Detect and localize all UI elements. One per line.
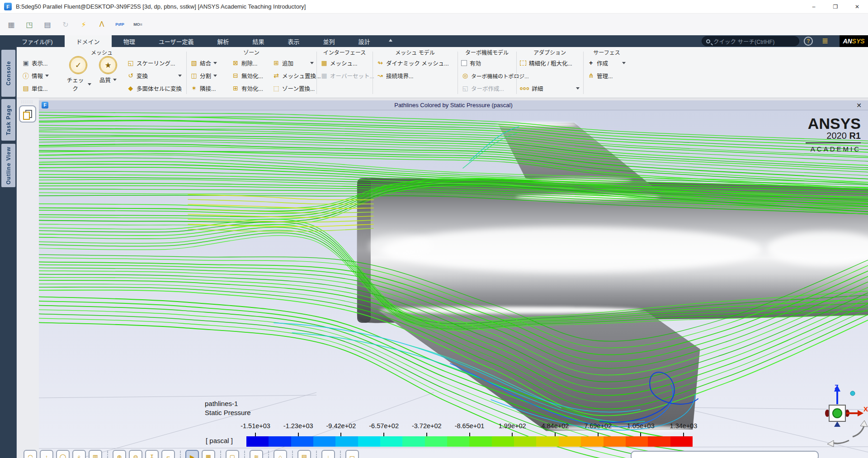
adaption-details-button[interactable]: ooo詳細 — [520, 83, 580, 93]
rotate-view-button[interactable]: ◯ — [56, 450, 70, 458]
legend-tick-label: -1.23e+03 — [283, 422, 313, 430]
dynamic-mesh-button[interactable]: ↬ダイナミック メッシュ... — [376, 58, 449, 68]
interface-mesh-button[interactable]: ▦メッシュ... — [320, 58, 357, 68]
mesh-display-button[interactable]: ▣表示... — [22, 58, 47, 68]
clip-plane-button[interactable]: ⌐ — [161, 450, 175, 458]
lightning-bolt-icon[interactable]: ⚡ — [78, 20, 90, 29]
turbo-create-button[interactable]: ◱ターボ作成... — [461, 83, 504, 93]
home-view-button[interactable]: ⌂ — [274, 450, 287, 458]
colorbar-segment — [604, 436, 626, 447]
colorbar-segment — [358, 436, 380, 447]
waves-button[interactable]: ≋ — [250, 450, 263, 458]
refresh-icon[interactable]: ↻ — [60, 20, 71, 29]
manage-tree-icon: ⋔ — [587, 72, 595, 79]
monitor-options-icon[interactable]: MO≡ — [132, 22, 144, 27]
mesh-cube-icon[interactable]: ▦ — [5, 20, 17, 29]
legend-tick-label: 1.34e+03 — [670, 422, 698, 430]
mesh-scale-button[interactable]: ◱スケーリング... — [127, 58, 175, 68]
help-icon[interactable]: ? — [804, 37, 813, 46]
close-button[interactable]: ✕ — [846, 0, 868, 14]
empty-button[interactable]: ▢ — [226, 450, 239, 458]
tab-design[interactable]: 設計 — [346, 35, 382, 47]
zone-separate-button[interactable]: ◫分割 — [190, 71, 217, 80]
tab-physics[interactable]: 物理 — [112, 35, 147, 47]
mesh-display-button[interactable]: ▦ — [202, 450, 215, 458]
mesh-to-polyhedra-button[interactable]: ◆多面体セルに変換 — [127, 83, 182, 93]
turbo-enable-checkbox[interactable]: 有効 — [461, 58, 481, 68]
append-icon: ⊞ — [272, 59, 280, 66]
minimize-button[interactable]: – — [803, 0, 825, 14]
mesh-quality-button[interactable]: ★ 品質 — [95, 56, 121, 84]
search-input[interactable]: クイック サーチ(CtrlHF) — [702, 36, 799, 46]
dropdown-icon — [576, 87, 580, 91]
grid-minus-icon: ⊟ — [231, 72, 240, 79]
play-pathlines-button[interactable]: ▶ — [185, 450, 199, 458]
sidebar-tab-console[interactable]: Console — [1, 50, 15, 97]
tab-file[interactable]: ファイル(F) — [10, 35, 65, 47]
zone-combine-button[interactable]: ▧結合 — [190, 58, 217, 68]
adaption-refine-button[interactable]: 精細化 / 粗大化... — [520, 58, 572, 68]
toolbar-grip — [316, 451, 317, 458]
window-title: B:5deg50 Parallel Fluent@DESKTOP-3N9F25S… — [16, 3, 306, 10]
pan-button[interactable]: ↕ — [40, 450, 53, 458]
colorbar-segment — [380, 436, 402, 447]
fit-to-window-button[interactable]: ▥ — [89, 450, 102, 458]
mesh-transform-button[interactable]: ↺変換 — [127, 71, 182, 80]
turbo-create-icon: ◱ — [461, 85, 469, 92]
zone-replace-zone-button[interactable]: ⬚ゾーン置換... — [272, 83, 315, 93]
tab-results[interactable]: 結果 — [241, 35, 276, 47]
pin-view-button[interactable]: ↧ — [145, 450, 159, 458]
legend-tick-label: 7.69e+02 — [584, 422, 612, 430]
point-transfer-icon[interactable]: P⇄P — [114, 22, 126, 27]
dropdown-icon — [113, 79, 117, 83]
sidebar-tab-task-page[interactable]: Task Page — [1, 99, 15, 141]
tab-parallel[interactable]: 並列 — [311, 35, 346, 47]
dynamic-mesh-icon: ↬ — [376, 59, 384, 66]
copy-page-button[interactable] — [19, 105, 36, 123]
ansys-mark-icon[interactable]: Λ — [96, 20, 108, 28]
tab-solution[interactable]: 解析 — [205, 35, 241, 47]
tab-domain[interactable]: ドメイン — [65, 35, 112, 47]
mesh-units-button[interactable]: ▤単位... — [22, 83, 47, 93]
zoom-in-button[interactable]: ⊕ — [113, 450, 126, 458]
zone-append-button[interactable]: ⊞追加 — [272, 58, 314, 68]
fluent-app-icon: F — [4, 3, 12, 10]
combine-icon: ▧ — [190, 59, 198, 66]
zoom-button[interactable]: ⌕ — [72, 450, 86, 458]
ribbon-domain: メッシュ ▣表示... ⓘ情報 ▤単位... ✓ チェック ★ 品質 ◱スケーリ… — [0, 47, 868, 98]
sidebar-tab-outline-view[interactable]: Outline View — [1, 144, 15, 187]
graphics-window-titlebar[interactable]: F Pathlines Colored by Static Pressure (… — [39, 100, 868, 110]
zone-delete-button[interactable]: ⊠削除... — [231, 58, 257, 68]
mapped-interface-button[interactable]: ↝接続境界... — [376, 71, 413, 80]
tab-user-defined[interactable]: ユーザー定義 — [147, 35, 206, 47]
bottom-input-box[interactable] — [631, 451, 819, 458]
cfd-scene[interactable] — [39, 110, 868, 458]
mesh-info-button[interactable]: ⓘ情報 — [22, 71, 49, 80]
ribbon-collapse-button[interactable] — [382, 35, 397, 47]
tab-view[interactable]: 表示 — [276, 35, 311, 47]
colorbar-segment — [559, 436, 581, 447]
zone-adjacency-button[interactable]: ✶隣接... — [190, 83, 216, 93]
import-case-icon[interactable]: ◳ — [24, 20, 35, 29]
zone-replace-mesh-button[interactable]: ⇄メッシュ置換... — [272, 71, 321, 80]
surface-create-button[interactable]: +作成 — [587, 58, 626, 68]
page-setup-button[interactable]: ▭ — [345, 450, 359, 458]
select-pointer-button[interactable]: ◠ — [24, 450, 37, 458]
interface-overset-button[interactable]: ▦オーバーセット... — [320, 71, 374, 80]
colorbar-segment — [670, 436, 693, 447]
mesh-check-button[interactable]: ✓ チェック — [65, 56, 91, 93]
maximize-button[interactable]: ❐ — [825, 0, 846, 14]
probe-button[interactable]: ↓ — [321, 450, 335, 458]
3d-viewport[interactable] — [39, 110, 868, 458]
axis-triad[interactable]: Z X — [813, 383, 868, 451]
zoom-out-button[interactable]: ⊖ — [129, 450, 142, 458]
zone-deactivate-button[interactable]: ⊟無効化... — [231, 71, 263, 80]
zone-activate-button[interactable]: ⊞有効化... — [231, 83, 263, 93]
drag-grip-icon[interactable]: :::::: — [21, 99, 33, 104]
legend-tick-label: 1.99e+02 — [499, 422, 526, 430]
graphics-window-close-icon[interactable]: ✕ — [856, 102, 862, 109]
surface-manage-button[interactable]: ⋔管理... — [587, 71, 613, 80]
report-button[interactable]: ▤ — [297, 450, 311, 458]
calculator-icon[interactable]: ▤ — [42, 20, 53, 29]
console-toggle-icon[interactable]: ≣ — [822, 36, 828, 46]
